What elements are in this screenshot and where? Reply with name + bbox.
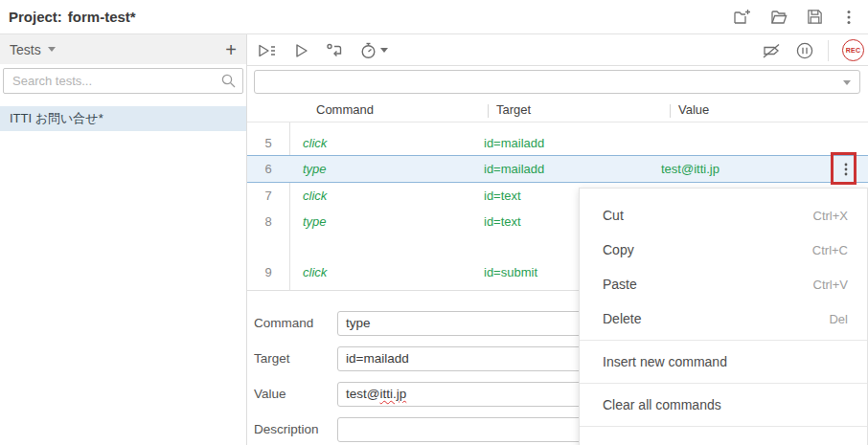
content-area: Tests + ITTI お問い合せ*: [0, 33, 868, 445]
save-project-icon[interactable]: [806, 8, 824, 26]
menu-label: Delete: [603, 311, 641, 326]
search-icon: [220, 73, 237, 89]
row-value: test@itti.jp: [661, 156, 720, 182]
test-item-itti[interactable]: ITTI お問い合せ*: [0, 106, 246, 131]
tests-header: Tests +: [0, 34, 246, 64]
project-label: Project:: [9, 9, 62, 25]
row-number: 5: [247, 130, 289, 156]
menu-shortcut: Ctrl+X: [813, 209, 848, 223]
row-number: 6: [247, 156, 289, 182]
column-value: Value: [678, 102, 709, 117]
run-all-tests-icon[interactable]: [257, 41, 277, 60]
playback-toolbar: REC: [247, 34, 868, 66]
command-row-6-selected[interactable]: 6 type id=mailadd test@itti.jp: [247, 155, 868, 183]
menu-label: Cut: [603, 208, 624, 223]
project-name: form-test*: [68, 9, 136, 25]
row-target: id=text: [484, 183, 521, 209]
menu-item-cut[interactable]: Cut Ctrl+X: [580, 198, 867, 233]
search-tests-input[interactable]: [3, 68, 243, 94]
tests-sidebar: Tests + ITTI お問い合せ*: [0, 34, 247, 445]
column-target: Target: [496, 102, 531, 117]
tests-dropdown[interactable]: Tests: [10, 42, 41, 57]
menu-item-insert-new-command[interactable]: Insert new command: [580, 345, 867, 379]
new-project-icon[interactable]: [733, 8, 752, 27]
value-field-misspelled-text: itti.jp: [379, 387, 406, 401]
value-field-label: Value: [254, 387, 286, 401]
row-target: id=text: [484, 209, 521, 234]
target-field-value: id=mailadd: [346, 351, 409, 366]
command-field-value: type: [346, 316, 371, 330]
command-table-header: Command Target Value: [247, 100, 868, 122]
toolbar-divider: [828, 40, 829, 61]
row-context-menu: Cut Ctrl+X Copy Ctrl+C Paste Ctrl+V Dele…: [579, 188, 868, 445]
row-number: 7: [247, 183, 289, 209]
test-speed-icon: [359, 41, 377, 60]
project-title: Project:form-test*: [0, 9, 142, 25]
command-field-label: Command: [254, 316, 313, 330]
pause-on-exceptions-icon[interactable]: [795, 41, 814, 60]
row-number: 9: [247, 259, 289, 285]
selenium-ide-window: Project:form-test*: [0, 0, 868, 445]
row-number: 8: [247, 209, 289, 234]
base-url-select[interactable]: [254, 70, 860, 94]
menu-item-delete[interactable]: Delete Del: [580, 301, 867, 336]
row-command: click: [303, 183, 327, 209]
menu-shortcut: Del: [829, 312, 848, 326]
row-command: click: [303, 259, 327, 285]
search-tests: [3, 68, 243, 94]
menu-label: Copy: [603, 242, 634, 257]
menu-label: Paste: [603, 277, 637, 292]
target-field-label: Target: [254, 351, 290, 366]
row-command: click: [303, 130, 327, 156]
row-target: id=submit: [484, 259, 537, 285]
command-row-5[interactable]: 5 click id=mailadd: [247, 130, 868, 156]
open-project-icon[interactable]: [769, 8, 788, 27]
chevron-down-icon: [843, 80, 851, 85]
row-target: id=mailadd: [484, 156, 544, 182]
description-field-label: Description: [254, 422, 319, 436]
titlebar-actions: [733, 8, 868, 27]
more-menu-icon[interactable]: [841, 9, 857, 26]
row-options-kebab-icon[interactable]: [837, 156, 855, 182]
recording-controls: REC: [761, 34, 864, 66]
menu-item-clear-all-commands[interactable]: Clear all commands: [580, 388, 867, 422]
menu-shortcut: Ctrl+C: [812, 243, 848, 257]
disable-breakpoints-icon[interactable]: [761, 41, 782, 60]
menu-item-paste[interactable]: Paste Ctrl+V: [580, 267, 867, 301]
column-command: Command: [316, 102, 374, 117]
column-divider: [670, 104, 671, 118]
menu-divider: [580, 383, 867, 384]
step-over-icon[interactable]: [325, 41, 344, 60]
row-command: type: [303, 209, 327, 234]
add-test-button[interactable]: +: [225, 40, 237, 59]
menu-shortcut: Ctrl+V: [813, 278, 848, 292]
menu-label: Insert new command: [603, 354, 727, 369]
menu-divider: [580, 340, 867, 341]
row-target: id=mailadd: [484, 130, 544, 156]
test-speed-control[interactable]: [359, 41, 388, 60]
menu-divider: [580, 426, 867, 427]
value-field-text: test@: [346, 387, 379, 401]
record-button[interactable]: REC: [842, 39, 864, 61]
column-divider: [488, 104, 489, 118]
menu-item-copy[interactable]: Copy Ctrl+C: [580, 233, 867, 267]
chevron-down-icon: [380, 48, 388, 53]
row-command: type: [303, 156, 327, 182]
title-bar: Project:form-test*: [0, 0, 868, 33]
test-list: ITTI お問い合せ*: [0, 106, 246, 131]
chevron-down-icon[interactable]: [48, 47, 56, 52]
menu-label: Clear all commands: [603, 397, 721, 412]
run-current-test-icon[interactable]: [292, 41, 309, 60]
main-panel: REC Command Target Value 5 click i: [247, 34, 868, 445]
playback-controls: [257, 34, 388, 66]
